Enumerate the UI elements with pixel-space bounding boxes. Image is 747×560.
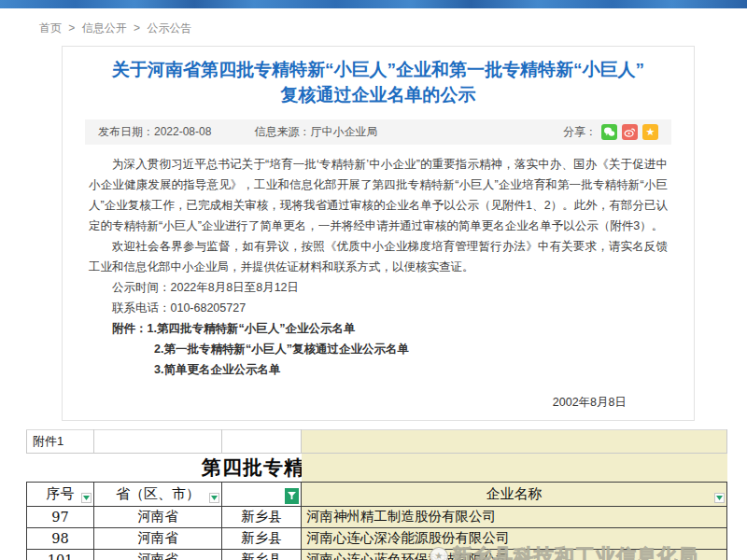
info-source: 信息来源：厅中小企业局 [254, 124, 377, 140]
attachment-link-1[interactable]: 1.第四批专精特新“小巨人”企业公示名单 [148, 322, 356, 335]
attachment-line-3: 3.简单更名企业公示名单 [89, 359, 668, 380]
breadcrumb-separator: > [68, 21, 75, 35]
publish-date: 发布日期：2022-08-08 [98, 124, 211, 140]
spreadsheet-header-row: 序号 省（区、市） 企业名称 [27, 482, 727, 506]
share-label: 分享： [563, 124, 597, 140]
publicity-time: 公示时间：2022年8月8日至8月12日 [89, 277, 668, 298]
cell-seq[interactable]: 98 [27, 527, 94, 549]
cell-company[interactable]: 河南心连心蓝色环保科技有限公司 [302, 549, 727, 560]
cell-county[interactable]: 新乡县 [222, 506, 302, 527]
attachment-link-2[interactable]: 2.第一批专精特新“小巨人”复核通过企业公示名单 [154, 343, 409, 356]
attachment-link-3[interactable]: 3.简单更名企业公示名单 [154, 363, 280, 376]
breadcrumb-info-disclosure[interactable]: 信息公开 [82, 21, 127, 35]
paragraph-1: 为深入贯彻习近平总书记关于“培育一批‘专精特新’中小企业”的重要指示精神，落实中… [89, 154, 668, 236]
table-row: 97 河南省 新乡县 河南神州精工制造股份有限公司 [27, 506, 727, 527]
attachments-label: 附件： [112, 322, 148, 335]
filter-dropdown-icon[interactable] [209, 493, 219, 503]
cell-province[interactable]: 河南省 [94, 506, 222, 527]
attachment-spreadsheet: 附件1 第四批专精特新“小巨人”企业公示名单 序号 省（区、市） 企业名称 97… [26, 429, 726, 560]
column-header-company: 企业名称 [486, 485, 543, 502]
attachment-line-2: 2.第一批专精特新“小巨人”复核通过企业公示名单 [89, 339, 668, 359]
breadcrumb-home[interactable]: 首页 [39, 21, 62, 35]
weibo-share-icon[interactable] [622, 124, 638, 140]
attachment1-cell[interactable]: 附件1 [27, 429, 94, 453]
cell-seq[interactable]: 97 [27, 506, 94, 527]
cell-province[interactable]: 河南省 [94, 527, 222, 549]
sign-date: 2002年8月8日 [81, 380, 675, 411]
breadcrumb-announcements[interactable]: 公示公告 [147, 21, 191, 35]
column-header-seq: 序号 [47, 485, 75, 502]
breadcrumb-separator: > [134, 21, 140, 35]
article-meta-bar: 发布日期：2022-08-08 信息来源：厅中小企业局 分享： ★ [85, 119, 671, 145]
cell-company[interactable]: 河南神州精工制造股份有限公司 [302, 506, 727, 527]
spreadsheet-title-row: 第四批专精特新“小巨人”企业公示名单 [27, 453, 727, 482]
wechat-share-icon[interactable] [601, 124, 617, 140]
spreadsheet-row-attachment-label: 附件1 [27, 429, 727, 453]
table-row: 98 河南省 新乡县 河南心连心深冷能源股份有限公司 [27, 527, 727, 549]
cell-county[interactable]: 新乡县 [222, 549, 302, 560]
top-nav-strip [0, 0, 747, 8]
qzone-share-icon[interactable]: ★ [642, 124, 658, 140]
attachment-line-1: 附件：1.第四批专精特新“小巨人”企业公示名单 [89, 318, 668, 339]
active-filter-funnel-icon[interactable] [285, 488, 299, 504]
cell-county[interactable]: 新乡县 [222, 527, 302, 549]
filter-dropdown-icon[interactable] [81, 493, 92, 503]
share-buttons: 分享： ★ [563, 124, 658, 140]
cell-seq[interactable]: 101 [27, 549, 94, 560]
cell-company[interactable]: 河南心连心深冷能源股份有限公司 [302, 527, 727, 549]
breadcrumb: 首页 > 信息公开 > 公示公告 [0, 8, 747, 46]
table-row: 101 河南省 新乡县 河南心连心蓝色环保科技有限公司 [27, 549, 727, 560]
filter-dropdown-icon[interactable] [714, 493, 725, 503]
page-title: 关于河南省第四批专精特新“小巨人”企业和第一批专精特新“小巨人”复核通过企业名单… [81, 54, 675, 118]
cell-province[interactable]: 河南省 [94, 549, 222, 560]
table-title: 第四批专精特新“小巨人”企业公示名单 [27, 454, 302, 483]
article-container: 关于河南省第四批专精特新“小巨人”企业和第一批专精特新“小巨人”复核通过企业名单… [62, 46, 695, 421]
column-header-province: 省（区、市） [116, 485, 200, 502]
contact-phone: 联系电话：010-68205727 [89, 298, 668, 318]
paragraph-2: 欢迎社会各界参与监督，如有异议，按照《优质中小企业梯度培育管理暂行办法》中有关要… [89, 236, 668, 277]
